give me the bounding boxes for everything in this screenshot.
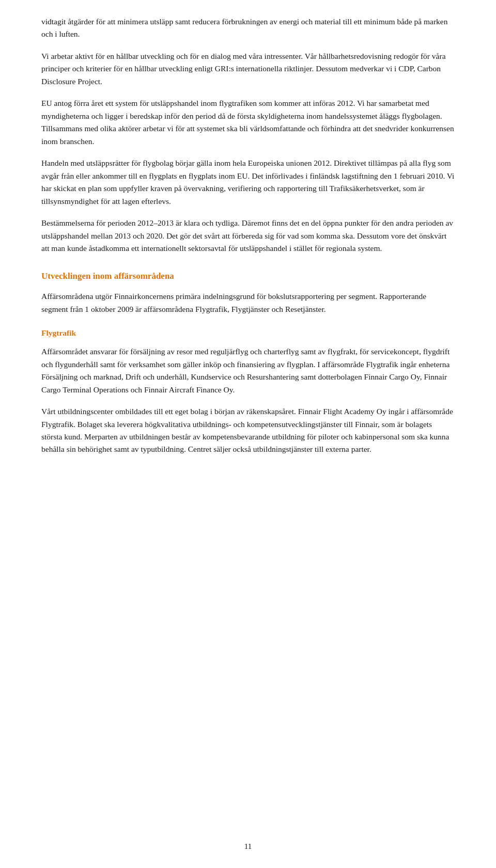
paragraph-5: Bestämmelserna för perioden 2012–2013 är… — [41, 217, 455, 255]
paragraph-1: vidtagit åtgärder för att minimera utslä… — [41, 15, 455, 41]
section-paragraph: Affärsområdena utgör Finnairkoncernens p… — [41, 290, 455, 315]
paragraph-3: EU antog förra året ett system för utslä… — [41, 97, 455, 148]
paragraph-2: Vi arbetar aktivt för en hållbar utveckl… — [41, 50, 455, 88]
page-container: vidtagit åtgärder för att minimera utslä… — [0, 0, 496, 868]
section-heading: Utvecklingen inom affärsområdena — [41, 270, 455, 283]
sub-heading-flygtrafik: Flygtrafik — [41, 327, 455, 339]
sub-paragraph-2: Vårt utbildningscenter ombildades till e… — [41, 405, 455, 456]
page-number: 11 — [244, 841, 252, 853]
sub-paragraph-1: Affärsområdet ansvarar för försäljning a… — [41, 345, 455, 396]
paragraph-4: Handeln med utsläppsrätter för flygbolag… — [41, 157, 455, 208]
